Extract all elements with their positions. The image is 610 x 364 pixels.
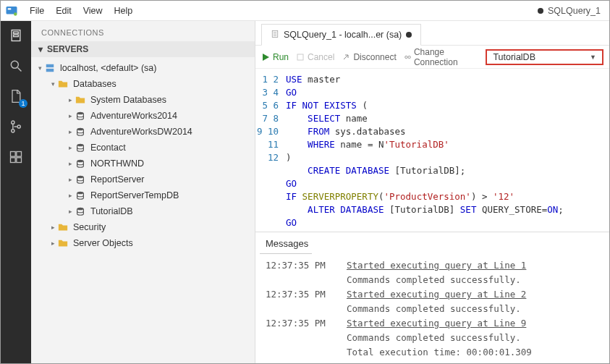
tree-db-node[interactable]: ▸NORTHWND xyxy=(31,156,255,172)
message-text: Commands completed successfully. xyxy=(347,331,521,345)
caret-right-icon: ▸ xyxy=(48,240,57,247)
editor-area: SQLQuery_1 - localh...er (sa) Run Cancel… xyxy=(255,21,609,363)
message-timestamp xyxy=(266,345,329,360)
svg-point-6 xyxy=(11,61,18,68)
message-row: Commands completed successfully. xyxy=(266,273,603,287)
caret-right-icon: ▸ xyxy=(66,96,75,103)
servers-icon[interactable] xyxy=(7,27,25,44)
svg-rect-28 xyxy=(297,54,303,60)
tree-db-node[interactable]: ▸Econtact xyxy=(31,140,255,156)
caret-right-icon: ▸ xyxy=(66,112,75,119)
menu-file[interactable]: File xyxy=(24,3,50,19)
svg-point-19 xyxy=(77,144,84,147)
database-icon xyxy=(75,158,86,169)
file-badge: 1 xyxy=(19,99,27,108)
extensions-icon[interactable] xyxy=(7,148,25,166)
message-row: Total execution time: 00:00:01.309 xyxy=(266,345,603,360)
database-icon xyxy=(75,110,86,122)
menu-help[interactable]: Help xyxy=(109,3,139,19)
change-connection-button[interactable]: Change Connection xyxy=(404,47,479,67)
editor-tab[interactable]: SQLQuery_1 - localh...er (sa) xyxy=(261,24,421,46)
database-icon xyxy=(75,190,86,201)
svg-point-20 xyxy=(77,160,84,163)
svg-point-9 xyxy=(12,130,14,132)
message-text: Started executing query at Line 2 xyxy=(347,287,526,302)
tree-security-node[interactable]: ▸ Security xyxy=(31,219,255,235)
database-icon xyxy=(75,142,86,153)
cancel-label: Cancel xyxy=(308,52,334,62)
folder-icon xyxy=(57,78,69,90)
svg-point-22 xyxy=(77,192,84,195)
window-title: SQLQuery_1 xyxy=(538,6,605,16)
svg-rect-16 xyxy=(46,69,54,72)
database-icon xyxy=(75,126,86,137)
tree-db-node[interactable]: ▸System Databases xyxy=(31,92,255,108)
database-select[interactable]: TutorialDB ▼ xyxy=(486,49,603,65)
tree-item-label: TutorialDB xyxy=(90,206,133,216)
server-icon xyxy=(44,62,56,74)
query-toolbar: Run Cancel Disconnect Change Connection … xyxy=(255,46,609,69)
server-label: localhost, <default> (sa) xyxy=(60,63,156,73)
message-timestamp: 12:37:35 PM xyxy=(266,258,329,273)
messages-title[interactable]: Messages xyxy=(260,237,312,254)
servers-section-header[interactable]: ▾ SERVERS xyxy=(31,41,255,57)
database-select-value: TutorialDB xyxy=(493,52,535,62)
svg-point-29 xyxy=(404,56,407,58)
tree-databases-node[interactable]: ▾ Databases xyxy=(31,76,255,92)
svg-point-23 xyxy=(77,208,84,211)
message-text: Started executing query at Line 1 xyxy=(347,258,526,273)
svg-point-18 xyxy=(77,128,84,131)
tree-db-node[interactable]: ▸ReportServerTempDB xyxy=(31,187,255,203)
dirty-indicator-icon xyxy=(538,8,543,14)
file-icon[interactable]: 1 xyxy=(7,88,25,105)
message-timestamp xyxy=(266,302,329,316)
menu-edit[interactable]: Edit xyxy=(50,3,77,19)
window-title-text: SQLQuery_1 xyxy=(548,6,601,16)
databases-label: Databases xyxy=(73,79,117,89)
svg-point-2 xyxy=(14,12,17,16)
svg-rect-5 xyxy=(14,35,19,37)
line-number-gutter: 1 2 3 4 5 6 7 8 9 10 11 12 xyxy=(255,69,286,232)
messages-body[interactable]: 12:37:35 PMStarted executing query at Li… xyxy=(260,254,609,363)
tree-item-label: ReportServer xyxy=(90,174,144,185)
pane-title: CONNECTIONS xyxy=(31,21,255,41)
tree-item-label: System Databases xyxy=(90,95,166,105)
svg-rect-1 xyxy=(8,8,12,9)
tree-item-label: ReportServerTempDB xyxy=(90,190,179,200)
connections-tree: ▾ localhost, <default> (sa) ▾ Databases … xyxy=(31,57,255,251)
svg-line-7 xyxy=(18,68,22,72)
caret-down-icon: ▾ xyxy=(38,44,43,54)
svg-rect-11 xyxy=(11,152,16,157)
database-icon xyxy=(75,174,86,185)
run-button[interactable]: Run xyxy=(261,52,289,62)
disconnect-button[interactable]: Disconnect xyxy=(342,52,396,62)
tree-server-objects-node[interactable]: ▸ Server Objects xyxy=(31,235,255,251)
tree-db-node[interactable]: ▸AdventureWorksDW2014 xyxy=(31,124,255,140)
tree-db-node[interactable]: ▸AdventureWorks2014 xyxy=(31,108,255,124)
cancel-button: Cancel xyxy=(296,52,334,62)
message-text: Commands completed successfully. xyxy=(347,302,521,316)
folder-icon xyxy=(75,94,86,106)
caret-down-icon: ▾ xyxy=(35,64,44,72)
disconnect-label: Disconnect xyxy=(353,52,396,62)
tree-db-node[interactable]: ▸ReportServer xyxy=(31,172,255,187)
chevron-down-icon: ▼ xyxy=(590,54,596,61)
tree-server-node[interactable]: ▾ localhost, <default> (sa) xyxy=(31,60,255,76)
message-text: Started executing query at Line 9 xyxy=(347,316,526,331)
side-panel: CONNECTIONS ▾ SERVERS ▾ localhost, <defa… xyxy=(31,21,255,363)
security-label: Security xyxy=(73,222,106,232)
menu-view[interactable]: View xyxy=(77,3,109,19)
code-content[interactable]: USE master GO IF NOT EXISTS ( SELECT nam… xyxy=(286,69,609,232)
caret-right-icon: ▸ xyxy=(48,224,57,231)
source-control-icon[interactable] xyxy=(7,118,25,135)
message-row: 12:37:35 PMStarted executing query at Li… xyxy=(266,258,603,273)
code-editor[interactable]: 1 2 3 4 5 6 7 8 9 10 11 12 USE master GO… xyxy=(255,69,609,232)
message-text: Total execution time: 00:00:01.309 xyxy=(347,345,532,360)
tree-db-node[interactable]: ▸TutorialDB xyxy=(31,203,255,219)
run-label: Run xyxy=(273,52,289,62)
svg-point-17 xyxy=(77,112,84,115)
search-icon[interactable] xyxy=(7,57,25,75)
tree-item-label: NORTHWND xyxy=(90,158,144,169)
database-icon xyxy=(75,206,86,217)
caret-right-icon: ▸ xyxy=(66,176,75,183)
